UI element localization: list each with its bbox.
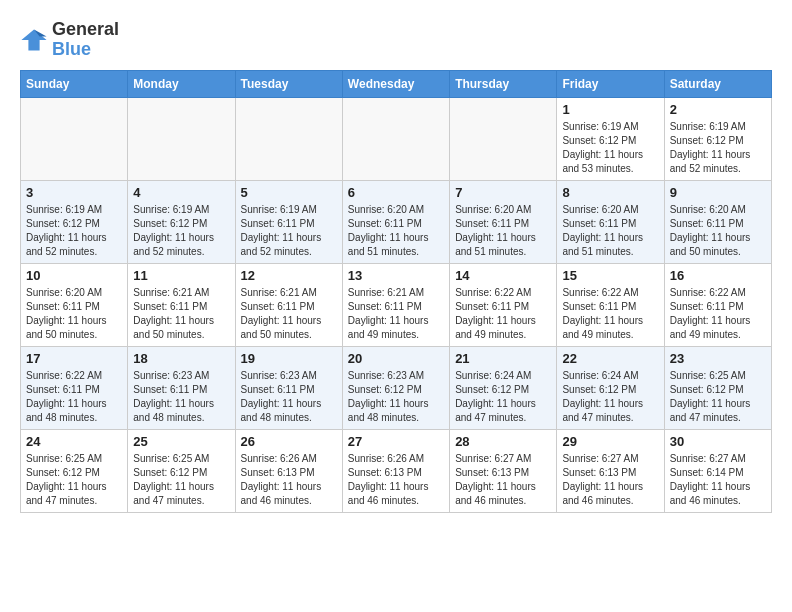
- weekday-header: Tuesday: [235, 70, 342, 97]
- calendar-week-row: 10Sunrise: 6:20 AMSunset: 6:11 PMDayligh…: [21, 263, 772, 346]
- day-number: 24: [26, 434, 122, 449]
- day-info: Sunrise: 6:27 AMSunset: 6:14 PMDaylight:…: [670, 452, 766, 508]
- calendar-week-row: 24Sunrise: 6:25 AMSunset: 6:12 PMDayligh…: [21, 429, 772, 512]
- calendar-cell: 23Sunrise: 6:25 AMSunset: 6:12 PMDayligh…: [664, 346, 771, 429]
- day-info: Sunrise: 6:19 AMSunset: 6:11 PMDaylight:…: [241, 203, 337, 259]
- calendar-cell: 26Sunrise: 6:26 AMSunset: 6:13 PMDayligh…: [235, 429, 342, 512]
- calendar-cell: 13Sunrise: 6:21 AMSunset: 6:11 PMDayligh…: [342, 263, 449, 346]
- calendar-cell: 27Sunrise: 6:26 AMSunset: 6:13 PMDayligh…: [342, 429, 449, 512]
- day-number: 28: [455, 434, 551, 449]
- day-number: 16: [670, 268, 766, 283]
- calendar-cell: 14Sunrise: 6:22 AMSunset: 6:11 PMDayligh…: [450, 263, 557, 346]
- day-info: Sunrise: 6:23 AMSunset: 6:11 PMDaylight:…: [241, 369, 337, 425]
- day-number: 10: [26, 268, 122, 283]
- day-info: Sunrise: 6:26 AMSunset: 6:13 PMDaylight:…: [241, 452, 337, 508]
- day-info: Sunrise: 6:20 AMSunset: 6:11 PMDaylight:…: [670, 203, 766, 259]
- weekday-header: Sunday: [21, 70, 128, 97]
- calendar-cell: 3Sunrise: 6:19 AMSunset: 6:12 PMDaylight…: [21, 180, 128, 263]
- day-info: Sunrise: 6:24 AMSunset: 6:12 PMDaylight:…: [562, 369, 658, 425]
- calendar-cell: 9Sunrise: 6:20 AMSunset: 6:11 PMDaylight…: [664, 180, 771, 263]
- day-info: Sunrise: 6:23 AMSunset: 6:11 PMDaylight:…: [133, 369, 229, 425]
- logo-text: General Blue: [52, 20, 119, 60]
- day-number: 1: [562, 102, 658, 117]
- logo: General Blue: [20, 20, 119, 60]
- day-number: 27: [348, 434, 444, 449]
- day-number: 8: [562, 185, 658, 200]
- calendar-cell: [128, 97, 235, 180]
- calendar-cell: 28Sunrise: 6:27 AMSunset: 6:13 PMDayligh…: [450, 429, 557, 512]
- calendar-cell: 15Sunrise: 6:22 AMSunset: 6:11 PMDayligh…: [557, 263, 664, 346]
- day-info: Sunrise: 6:25 AMSunset: 6:12 PMDaylight:…: [133, 452, 229, 508]
- calendar-cell: 12Sunrise: 6:21 AMSunset: 6:11 PMDayligh…: [235, 263, 342, 346]
- day-number: 23: [670, 351, 766, 366]
- day-info: Sunrise: 6:22 AMSunset: 6:11 PMDaylight:…: [562, 286, 658, 342]
- day-info: Sunrise: 6:22 AMSunset: 6:11 PMDaylight:…: [670, 286, 766, 342]
- day-number: 11: [133, 268, 229, 283]
- svg-marker-0: [21, 29, 46, 50]
- day-number: 26: [241, 434, 337, 449]
- calendar-cell: 8Sunrise: 6:20 AMSunset: 6:11 PMDaylight…: [557, 180, 664, 263]
- calendar-cell: 1Sunrise: 6:19 AMSunset: 6:12 PMDaylight…: [557, 97, 664, 180]
- day-number: 4: [133, 185, 229, 200]
- calendar-cell: 4Sunrise: 6:19 AMSunset: 6:12 PMDaylight…: [128, 180, 235, 263]
- day-number: 13: [348, 268, 444, 283]
- weekday-header-row: SundayMondayTuesdayWednesdayThursdayFrid…: [21, 70, 772, 97]
- calendar-cell: 24Sunrise: 6:25 AMSunset: 6:12 PMDayligh…: [21, 429, 128, 512]
- calendar-week-row: 17Sunrise: 6:22 AMSunset: 6:11 PMDayligh…: [21, 346, 772, 429]
- day-number: 29: [562, 434, 658, 449]
- calendar-week-row: 1Sunrise: 6:19 AMSunset: 6:12 PMDaylight…: [21, 97, 772, 180]
- calendar-cell: 2Sunrise: 6:19 AMSunset: 6:12 PMDaylight…: [664, 97, 771, 180]
- day-info: Sunrise: 6:19 AMSunset: 6:12 PMDaylight:…: [133, 203, 229, 259]
- logo-icon: [20, 26, 48, 54]
- day-info: Sunrise: 6:21 AMSunset: 6:11 PMDaylight:…: [348, 286, 444, 342]
- calendar-cell: 6Sunrise: 6:20 AMSunset: 6:11 PMDaylight…: [342, 180, 449, 263]
- day-number: 19: [241, 351, 337, 366]
- day-info: Sunrise: 6:20 AMSunset: 6:11 PMDaylight:…: [455, 203, 551, 259]
- day-info: Sunrise: 6:23 AMSunset: 6:12 PMDaylight:…: [348, 369, 444, 425]
- calendar-cell: 10Sunrise: 6:20 AMSunset: 6:11 PMDayligh…: [21, 263, 128, 346]
- calendar-cell: 16Sunrise: 6:22 AMSunset: 6:11 PMDayligh…: [664, 263, 771, 346]
- day-info: Sunrise: 6:21 AMSunset: 6:11 PMDaylight:…: [133, 286, 229, 342]
- day-info: Sunrise: 6:20 AMSunset: 6:11 PMDaylight:…: [562, 203, 658, 259]
- calendar-cell: [450, 97, 557, 180]
- calendar-cell: 22Sunrise: 6:24 AMSunset: 6:12 PMDayligh…: [557, 346, 664, 429]
- day-number: 21: [455, 351, 551, 366]
- day-number: 5: [241, 185, 337, 200]
- day-info: Sunrise: 6:19 AMSunset: 6:12 PMDaylight:…: [562, 120, 658, 176]
- day-number: 12: [241, 268, 337, 283]
- day-number: 7: [455, 185, 551, 200]
- day-info: Sunrise: 6:22 AMSunset: 6:11 PMDaylight:…: [26, 369, 122, 425]
- weekday-header: Thursday: [450, 70, 557, 97]
- calendar-cell: [342, 97, 449, 180]
- day-number: 18: [133, 351, 229, 366]
- calendar-cell: 5Sunrise: 6:19 AMSunset: 6:11 PMDaylight…: [235, 180, 342, 263]
- calendar-cell: 19Sunrise: 6:23 AMSunset: 6:11 PMDayligh…: [235, 346, 342, 429]
- day-number: 2: [670, 102, 766, 117]
- calendar-cell: 20Sunrise: 6:23 AMSunset: 6:12 PMDayligh…: [342, 346, 449, 429]
- day-number: 14: [455, 268, 551, 283]
- day-info: Sunrise: 6:22 AMSunset: 6:11 PMDaylight:…: [455, 286, 551, 342]
- calendar-cell: 21Sunrise: 6:24 AMSunset: 6:12 PMDayligh…: [450, 346, 557, 429]
- day-info: Sunrise: 6:19 AMSunset: 6:12 PMDaylight:…: [26, 203, 122, 259]
- calendar-cell: 7Sunrise: 6:20 AMSunset: 6:11 PMDaylight…: [450, 180, 557, 263]
- day-info: Sunrise: 6:25 AMSunset: 6:12 PMDaylight:…: [670, 369, 766, 425]
- day-info: Sunrise: 6:19 AMSunset: 6:12 PMDaylight:…: [670, 120, 766, 176]
- day-number: 22: [562, 351, 658, 366]
- day-info: Sunrise: 6:27 AMSunset: 6:13 PMDaylight:…: [455, 452, 551, 508]
- day-info: Sunrise: 6:27 AMSunset: 6:13 PMDaylight:…: [562, 452, 658, 508]
- calendar-cell: 18Sunrise: 6:23 AMSunset: 6:11 PMDayligh…: [128, 346, 235, 429]
- weekday-header: Saturday: [664, 70, 771, 97]
- weekday-header: Wednesday: [342, 70, 449, 97]
- calendar-cell: 17Sunrise: 6:22 AMSunset: 6:11 PMDayligh…: [21, 346, 128, 429]
- calendar-cell: 30Sunrise: 6:27 AMSunset: 6:14 PMDayligh…: [664, 429, 771, 512]
- calendar-cell: 11Sunrise: 6:21 AMSunset: 6:11 PMDayligh…: [128, 263, 235, 346]
- weekday-header: Monday: [128, 70, 235, 97]
- day-number: 15: [562, 268, 658, 283]
- day-number: 30: [670, 434, 766, 449]
- weekday-header: Friday: [557, 70, 664, 97]
- page-header: General Blue: [20, 20, 772, 60]
- calendar-table: SundayMondayTuesdayWednesdayThursdayFrid…: [20, 70, 772, 513]
- calendar-week-row: 3Sunrise: 6:19 AMSunset: 6:12 PMDaylight…: [21, 180, 772, 263]
- calendar-cell: 29Sunrise: 6:27 AMSunset: 6:13 PMDayligh…: [557, 429, 664, 512]
- day-number: 9: [670, 185, 766, 200]
